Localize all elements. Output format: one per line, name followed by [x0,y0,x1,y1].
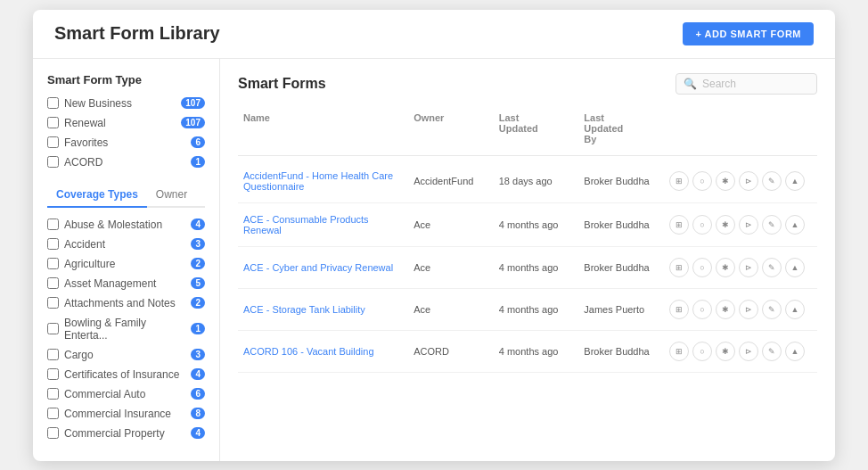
row-owner: Ace [408,260,494,275]
action-btn-2[interactable]: ✱ [716,300,735,319]
action-btn-3[interactable]: ⊳ [739,171,758,191]
sidebar-filter-item: New Business 107 [47,97,205,110]
action-btn-3[interactable]: ⊳ [739,342,758,361]
action-btn-0[interactable]: ⊞ [669,258,689,277]
filter-checkbox-new-business[interactable] [47,97,59,109]
action-btn-4[interactable]: ✎ [762,215,782,235]
coverage-checkbox[interactable] [47,219,59,230]
header: Smart Form Library + ADD SMART FORM [33,10,835,59]
coverage-checkbox[interactable] [47,388,59,400]
action-btn-1[interactable]: ○ [692,258,712,277]
action-btn-5[interactable]: ▲ [785,171,805,191]
coverage-checkbox[interactable] [47,427,59,439]
coverage-item-left: Commercial Property [47,427,165,440]
action-btn-3[interactable]: ⊳ [739,215,758,235]
row-name[interactable]: AccidentFund - Home Health Care Question… [238,169,408,194]
col-name: Name [238,109,408,148]
action-btn-2[interactable]: ✱ [716,342,735,361]
row-name[interactable]: ACE - Storage Tank Liability [238,302,408,317]
content-title: Smart Forms [238,76,326,92]
col-actions [664,109,817,148]
action-btn-5[interactable]: ▲ [785,215,805,235]
action-btn-0[interactable]: ⊞ [669,300,689,319]
row-name[interactable]: ACORD 106 - Vacant Building [238,344,408,359]
action-btn-3[interactable]: ⊳ [739,258,758,277]
coverage-item-left: Cargo [47,349,94,361]
search-input[interactable] [702,78,809,90]
add-smart-form-button[interactable]: + ADD SMART FORM [683,22,814,45]
table-row: AccidentFund - Home Health Care Question… [238,160,817,203]
action-btn-1[interactable]: ○ [692,342,712,361]
action-btn-5[interactable]: ▲ [785,342,805,361]
main-content: Smart Forms 🔍 Name Owner LastUpdated Las… [220,59,835,461]
action-btn-1[interactable]: ○ [692,300,712,319]
col-owner: Owner [408,109,494,148]
sidebar-filter-item: Favorites 6 [47,136,205,149]
action-btn-2[interactable]: ✱ [716,215,735,235]
action-btn-0[interactable]: ⊞ [669,171,689,191]
coverage-item: Commercial Auto 6 [47,388,205,400]
col-last-updated: LastUpdated [494,109,579,148]
coverage-checkbox[interactable] [47,258,59,269]
coverage-label: Commercial Insurance [64,408,171,420]
row-name[interactable]: ACE - Consumable Products Renewal [238,212,408,237]
row-last-updated: 4 months ago [494,260,579,275]
coverage-checkbox[interactable] [47,238,59,250]
action-btn-4[interactable]: ✎ [762,342,782,361]
filter-checkbox-renewal[interactable] [47,117,59,128]
coverage-item-left: Attachments and Notes [47,297,176,309]
row-name[interactable]: ACE - Cyber and Privacy Renewal [238,260,408,275]
action-btn-2[interactable]: ✱ [716,171,735,191]
filter-checkbox-acord[interactable] [47,156,59,168]
tab-coverage-types[interactable]: Coverage Types [47,183,147,208]
filter-left: ACORD [47,156,102,169]
filter-left: Favorites [47,136,108,149]
tabs-row: Coverage Types Owner [47,183,205,208]
filter-label: ACORD [64,156,102,169]
coverage-item-left: Certificates of Insurance [47,368,179,381]
coverage-item-left: Agriculture [47,258,115,270]
coverage-label: Cargo [64,349,94,361]
action-btn-1[interactable]: ○ [692,215,712,235]
action-btn-0[interactable]: ⊞ [669,342,689,361]
action-btn-4[interactable]: ✎ [762,258,782,277]
coverage-label: Agriculture [64,258,115,270]
action-btn-4[interactable]: ✎ [762,300,782,319]
coverage-badge: 4 [191,368,205,380]
coverage-label: Commercial Property [64,427,165,440]
action-btn-3[interactable]: ⊳ [739,300,758,319]
filter-checkbox-favorites[interactable] [47,136,59,148]
coverage-checkbox[interactable] [47,368,59,380]
coverage-badge: 1 [191,323,205,334]
coverage-checkbox[interactable] [47,277,59,289]
coverage-item-left: Asset Management [47,277,156,290]
coverage-checkbox[interactable] [47,349,59,360]
coverage-item-left: Abuse & Molestation [47,219,162,231]
coverage-label: Accident [64,238,105,251]
coverage-checkbox[interactable] [47,323,59,334]
coverage-checkbox[interactable] [47,297,59,309]
table-row: ACORD 106 - Vacant Building ACORD 4 mont… [238,331,817,373]
action-btn-5[interactable]: ▲ [785,258,805,277]
coverage-badge: 4 [191,219,205,230]
row-owner: Ace [408,218,494,232]
row-owner: ACORD [408,344,494,359]
sidebar-filter-item: ACORD 1 [47,156,205,169]
coverage-checkbox[interactable] [47,408,59,419]
row-actions: ⊞ ○ ✱ ⊳ ✎ ▲ [664,213,817,236]
coverage-badge: 6 [191,388,205,400]
coverage-item: Commercial Insurance 8 [47,408,205,420]
row-owner: AccidentFund [408,174,494,188]
filter-label: Favorites [64,136,108,149]
action-btn-0[interactable]: ⊞ [669,215,689,235]
action-btn-1[interactable]: ○ [692,171,712,191]
coverage-badge: 4 [191,427,205,439]
action-btn-5[interactable]: ▲ [785,300,805,319]
action-btn-2[interactable]: ✱ [716,258,735,277]
search-box: 🔍 [676,73,817,95]
filter-badge: 107 [181,97,205,109]
coverage-badge: 5 [191,277,205,289]
tab-owner[interactable]: Owner [147,183,196,206]
table-row: ACE - Storage Tank Liability Ace 4 month… [238,289,817,331]
action-btn-4[interactable]: ✎ [762,171,782,191]
